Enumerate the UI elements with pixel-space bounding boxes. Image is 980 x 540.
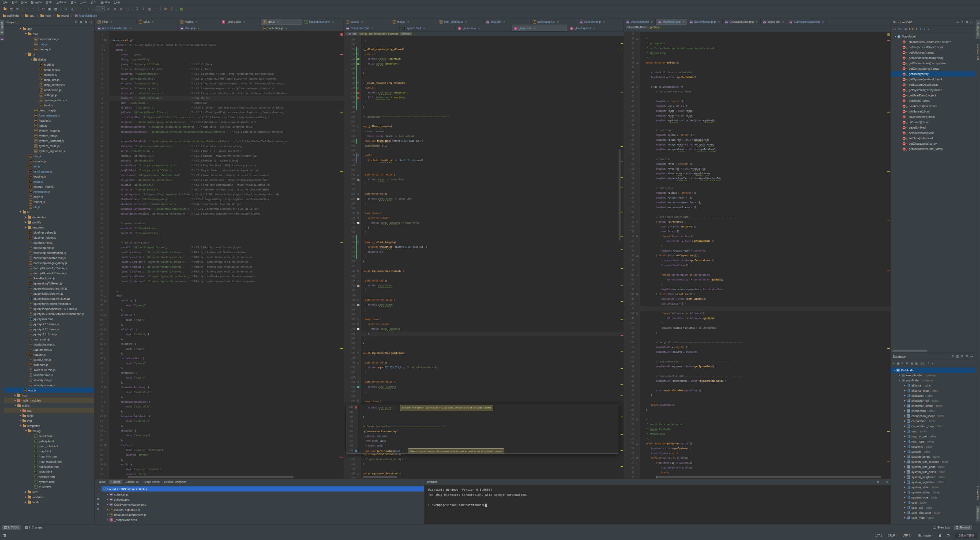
database-row[interactable]: system_neighbour: table <box>891 475 975 480</box>
code-line[interactable]: 41 easePack: 'lib/EasePack.min', <box>95 226 344 231</box>
code-line[interactable]: 124 $mapData->access->user = []; <box>624 196 891 200</box>
code-line[interactable]: 3 baseUrl: 'js', // user build_js files,… <box>95 43 344 48</box>
code-line[interactable]: 107 $mapData->icon = $this->icon; <box>624 113 891 118</box>
fold-marker-icon[interactable]: − <box>357 270 359 272</box>
code-line[interactable]: 340 } <box>344 67 624 71</box>
tree-row[interactable]: JSccp.js <box>4 153 94 159</box>
tree-twistie-icon[interactable] <box>904 461 905 463</box>
code-line[interactable]: 374 } <box>344 230 624 235</box>
tree-row[interactable]: form <box>4 489 94 494</box>
code-line[interactable]: 5 layout: 'layout', <box>95 53 344 57</box>
fold-marker-icon[interactable]: − <box>636 419 638 421</box>
code-line[interactable]: 121 <box>624 181 891 186</box>
expand-all-icon[interactable]: ⊞ <box>97 497 99 500</box>
code-line[interactable]: 89 }, <box>95 457 344 462</box>
code-line[interactable]: 403 } <box>344 370 624 375</box>
tab-landingpage-js[interactable]: JSlandingpage.js✕ <box>530 19 577 25</box>
stripe-button-9-changes[interactable]: 9: Changes <box>23 525 45 530</box>
code-line[interactable]: 116 // map type <box>624 157 891 162</box>
tree-row[interactable]: JSoverlay.js <box>4 46 94 52</box>
sync-icon[interactable]: ⟲ <box>951 355 954 358</box>
code-line[interactable]: 367 stroke: $gray-light; // outer line <box>344 197 624 201</box>
tab-connection-php[interactable]: phpConnection.php✕ <box>344 25 399 31</box>
error-stripe-mark[interactable] <box>887 40 890 41</box>
code-line[interactable]: 127 <box>624 210 891 215</box>
code-line[interactable]: 395 } <box>344 331 624 336</box>
tree-row[interactable]: JSjquery.hoverIntent.minified.js <box>4 301 94 306</box>
lens-code-line[interactable]: 454 font-size: 11px; <box>346 439 619 444</box>
tree-row[interactable]: 5gallery.html <box>4 438 94 444</box>
code-line[interactable]: 90− morris: { <box>95 462 344 467</box>
structure-toolbar-icon-3[interactable]: f <box>909 27 910 30</box>
code-line[interactable]: 38 bootstrapConfirmation: 'lib/bootstrap… <box>95 212 344 217</box>
tree-row[interactable]: JSmap_info.js <box>4 77 94 82</box>
code-line[interactable]: 397} <box>344 341 624 346</box>
tab-init-js[interactable]: JSinit.js✕ <box>95 19 137 25</box>
back-icon[interactable]: ← <box>79 6 84 12</box>
structure-toolbar-icon-4[interactable]: c <box>912 27 913 30</box>
tree-twistie-icon[interactable] <box>904 385 905 386</box>
database-toolbar-icon-6[interactable]: SQL <box>920 362 925 365</box>
tree-row[interactable]: logs <box>4 393 94 398</box>
tree-row[interactable]: node_modules <box>4 398 94 403</box>
collapse-all-icon[interactable]: ⊟ <box>97 502 99 505</box>
tab-controller-php[interactable]: phpController.php✕ <box>577 19 624 25</box>
profile-icon[interactable]: ◌ <box>124 6 130 12</box>
code-line[interactable]: 342 <box>344 76 624 81</box>
fold-marker-icon[interactable]: − <box>636 62 638 64</box>
tree-row[interactable]: fonts <box>4 413 94 418</box>
fold-marker-icon[interactable]: − <box>357 381 359 383</box>
tree-twistie-icon[interactable] <box>107 504 108 505</box>
menu-item-file[interactable]: File <box>2 0 10 4</box>
chevron-down-icon[interactable]: ▼ <box>17 21 19 23</box>
structure-method-row[interactable]: mgetData():array <box>891 71 975 76</box>
error-stripe-mark[interactable] <box>620 146 623 147</box>
code-line[interactable]: 49 'pnotify.desktop': 'lib/pnotify/pnoti… <box>95 264 344 269</box>
fold-marker-icon[interactable]: − <box>105 343 106 345</box>
code-line[interactable]: 180 $searchSystem = $system; <box>624 465 891 470</box>
console-icon[interactable]: ▥ <box>956 355 959 358</box>
code-line[interactable]: 178− foreach($systems as $system){ <box>624 456 891 461</box>
code-line[interactable]: 401− path:first-child{ <box>344 360 624 365</box>
terminal-panel[interactable]: Terminal ⚙ ─ ✕ Microsoft Windows [Versio… <box>425 479 891 524</box>
tree-twistie-icon[interactable] <box>904 456 905 457</box>
tree-row[interactable]: JSblueimp-gallery.js <box>4 230 94 235</box>
code-line[interactable]: 110 // map scope <box>624 128 891 133</box>
fold-marker-icon[interactable]: − <box>636 274 638 276</box>
code-line[interactable]: 380} <box>344 259 624 264</box>
tree-row[interactable]: public <box>4 403 94 408</box>
code-line[interactable]: 21 datatablesResponsive: 'lib/datatables… <box>95 130 344 134</box>
database-row[interactable]: connection_scope: table <box>891 413 975 419</box>
code-line[interactable]: 91− /** <box>624 37 891 41</box>
error-stripe-mark[interactable] <box>340 457 343 457</box>
fold-marker-icon[interactable]: − <box>357 87 359 89</box>
tree-row[interactable]: JSjquery-2.1.1.min.js <box>4 331 94 337</box>
tree-row[interactable]: JSlogging.js <box>4 174 94 179</box>
database-row[interactable]: character_log: table <box>891 398 975 403</box>
structure-method-row[interactable]: mhasAccess(user):bool <box>891 104 975 109</box>
tree-row[interactable]: JSnotification.js <box>4 87 94 92</box>
lens-code-line[interactable]: 448 } <box>346 410 619 415</box>
code-line[interactable]: 165 } <box>624 393 891 398</box>
structure-method-row[interactable]: mgetConnectionData():array <box>891 55 975 61</box>
tree-twistie-icon[interactable] <box>25 33 27 35</box>
locate-file-icon[interactable]: ⊙ <box>75 20 77 24</box>
tree-row[interactable]: JSinit.js <box>4 164 94 169</box>
save-all-icon[interactable]: ▤ <box>8 6 14 12</box>
fold-marker-icon[interactable]: − <box>357 352 359 354</box>
fold-marker-icon[interactable]: − <box>105 295 106 297</box>
tree-twistie-icon[interactable] <box>107 514 108 516</box>
database-row[interactable]: map: table <box>891 428 975 434</box>
code-line[interactable]: 17 jsPlumb: 'lib/dom.jsPlumb-1.7.5-min',… <box>95 110 344 115</box>
fold-marker-icon[interactable]: − <box>357 323 359 325</box>
context-segment[interactable]: getData <box>648 26 660 29</box>
menu-item-edit[interactable]: Edit <box>10 0 19 4</box>
error-stripe-mark[interactable] <box>620 285 623 286</box>
tree-row[interactable]: JSmain.js <box>4 179 94 184</box>
code-line[interactable]: 346 fill: $red-darker !important; <box>344 96 624 100</box>
tree-twistie-icon[interactable] <box>30 59 32 60</box>
code-line[interactable]: 111 $mapData->scope = (object) []; <box>624 133 891 138</box>
code-line[interactable]: 68− customScrollbar: { <box>95 356 344 361</box>
code-line[interactable]: 113 $mapData->scope->name = $this->scope… <box>624 142 891 147</box>
breadcrumb-item-model[interactable]: model <box>57 14 68 17</box>
